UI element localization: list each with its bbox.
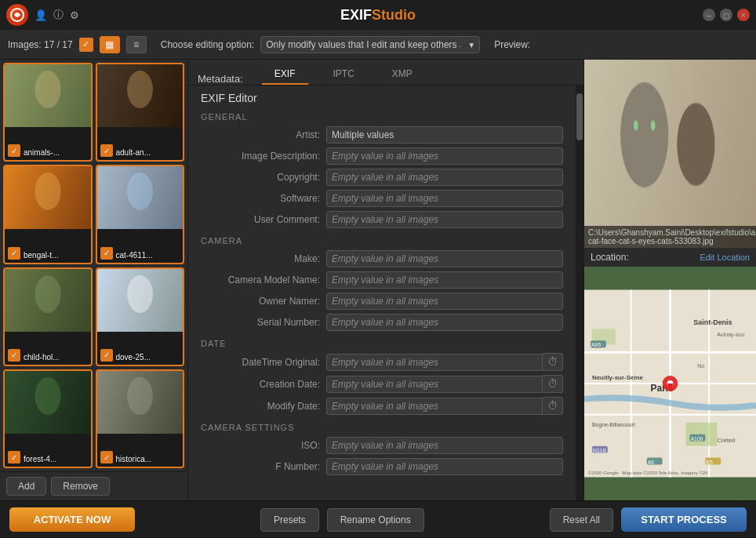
sidebar: ✓ animals-... ✓ adult-an... ✓ bengal-t..… bbox=[0, 60, 188, 500]
tab-iptc[interactable]: IPTC bbox=[321, 64, 367, 85]
editing-option-label: Choose editing option: bbox=[161, 39, 254, 50]
owner-name-input[interactable] bbox=[326, 293, 563, 310]
maximize-button[interactable]: ◻ bbox=[720, 9, 732, 21]
modify-date-input[interactable] bbox=[326, 398, 543, 415]
table-row: Image Description: bbox=[201, 147, 563, 165]
thumbnail-canvas bbox=[97, 166, 184, 229]
item-checkbox[interactable]: ✓ bbox=[100, 349, 113, 362]
table-row: Make: bbox=[201, 250, 563, 267]
add-button[interactable]: Add bbox=[6, 477, 46, 496]
creation-date-input[interactable] bbox=[326, 376, 543, 393]
person-icon[interactable]: 👤 bbox=[35, 9, 47, 21]
thumbnail-canvas bbox=[5, 371, 91, 434]
table-row: Copyright: bbox=[201, 169, 563, 186]
center-panel: Metadata: EXIF IPTC XMP EXIF Editor GENE… bbox=[188, 60, 583, 500]
edit-location-button[interactable]: Edit Location bbox=[700, 253, 750, 262]
table-row: DateTime Original: ⏱ bbox=[201, 353, 563, 371]
image-filename: child-hol... bbox=[24, 353, 89, 362]
rename-options-button[interactable]: Rename Options bbox=[327, 508, 424, 532]
field-label: F Number: bbox=[201, 461, 326, 472]
thumbnail-canvas bbox=[5, 166, 91, 229]
software-input[interactable] bbox=[326, 190, 563, 207]
list-item[interactable]: ✓ child-hol... bbox=[3, 267, 93, 366]
close-button[interactable]: × bbox=[737, 9, 750, 21]
item-checkbox[interactable]: ✓ bbox=[100, 451, 113, 463]
info-icon[interactable]: ⓘ bbox=[53, 8, 64, 22]
metadata-header: Metadata: EXIF IPTC XMP bbox=[188, 60, 583, 85]
item-checkbox[interactable]: ✓ bbox=[8, 247, 20, 260]
svg-text:No: No bbox=[697, 363, 704, 369]
settings-icon[interactable]: ⚙ bbox=[70, 9, 79, 21]
datetime-original-picker[interactable]: ⏱ bbox=[543, 353, 563, 371]
sidebar-buttons: Add Remove bbox=[0, 471, 187, 500]
section-general: GENERAL bbox=[201, 112, 563, 122]
table-row: Modify Date: ⏱ bbox=[201, 397, 563, 415]
modify-date-picker[interactable]: ⏱ bbox=[543, 397, 563, 415]
field-label: Image Description: bbox=[201, 151, 326, 162]
select-all-checkbox[interactable]: ✓ bbox=[79, 38, 93, 52]
list-item[interactable]: ✓ bengal-t... bbox=[3, 165, 93, 264]
scrollbar-thumb[interactable] bbox=[576, 93, 583, 140]
make-input[interactable] bbox=[326, 250, 563, 267]
svg-text:A106: A106 bbox=[690, 436, 703, 442]
serial-number-input[interactable] bbox=[326, 314, 563, 331]
table-row: Serial Number: bbox=[201, 314, 563, 331]
list-item[interactable]: ✓ cat-4611... bbox=[96, 165, 185, 264]
item-checkbox[interactable]: ✓ bbox=[100, 144, 113, 157]
datetime-original-input[interactable] bbox=[326, 354, 543, 371]
item-checkbox[interactable]: ✓ bbox=[100, 247, 113, 260]
image-description-input[interactable] bbox=[326, 147, 563, 165]
right-panel: C:\Users\Ghanshyam.Saini\Desktop\exifstu… bbox=[583, 60, 756, 500]
artist-input[interactable] bbox=[326, 126, 563, 144]
minimize-button[interactable]: – bbox=[703, 9, 715, 21]
list-item[interactable]: ✓ historica... bbox=[96, 369, 185, 468]
iso-input[interactable] bbox=[326, 437, 563, 454]
tab-xmp[interactable]: XMP bbox=[380, 64, 425, 85]
app-logo bbox=[6, 4, 28, 26]
bottom-bar: ACTIVATE NOW Presets Rename Options Rese… bbox=[0, 500, 756, 538]
svg-text:Aulnay-sou: Aulnay-sou bbox=[717, 332, 744, 338]
reset-all-button[interactable]: Reset All bbox=[550, 508, 613, 532]
editor-scrollbar[interactable] bbox=[576, 85, 583, 500]
fnumber-input[interactable] bbox=[326, 458, 563, 475]
toolbar: Images: 17 / 17 ✓ ▦ ≡ Choose editing opt… bbox=[0, 30, 756, 60]
field-label: User Comment: bbox=[201, 214, 326, 225]
field-label: Creation Date: bbox=[201, 379, 326, 390]
thumbnail-canvas bbox=[5, 64, 91, 127]
list-item[interactable]: ✓ forest-4... bbox=[3, 369, 93, 468]
map-area[interactable]: A86 A86 A106 N118 A6 E5 Saint-Denis Auln… bbox=[584, 267, 756, 500]
section-camera: CAMERA bbox=[201, 236, 563, 245]
item-checkbox[interactable]: ✓ bbox=[8, 349, 20, 362]
item-checkbox[interactable]: ✓ bbox=[8, 144, 20, 157]
camera-model-input[interactable] bbox=[326, 271, 563, 289]
location-header: Location: Edit Location bbox=[584, 248, 756, 267]
start-process-button[interactable]: START PROCESS bbox=[621, 507, 747, 532]
list-item[interactable]: ✓ dove-25... bbox=[96, 267, 185, 366]
field-label: Owner Namer: bbox=[201, 296, 326, 307]
preview-filepath: C:\Users\Ghanshyam.Saini\Desktop\exifstu… bbox=[584, 226, 756, 248]
creation-date-picker[interactable]: ⏱ bbox=[543, 375, 563, 393]
copyright-input[interactable] bbox=[326, 169, 563, 186]
svg-text:A6: A6 bbox=[648, 460, 655, 465]
bottom-center-buttons: Presets Rename Options bbox=[260, 508, 424, 532]
table-row: Owner Namer: bbox=[201, 293, 563, 310]
editing-option-select[interactable]: Only modify values that I edit and keep … bbox=[260, 36, 480, 53]
list-item[interactable]: ✓ adult-an... bbox=[96, 63, 185, 162]
thumbnail-canvas bbox=[97, 269, 184, 332]
thumbnail-canvas bbox=[97, 371, 184, 434]
svg-rect-8 bbox=[685, 423, 717, 446]
list-view-button[interactable]: ≡ bbox=[126, 36, 147, 53]
remove-button[interactable]: Remove bbox=[51, 477, 110, 496]
editor-area: EXIF Editor GENERAL Artist: Image Descri… bbox=[188, 85, 576, 500]
tab-exif[interactable]: EXIF bbox=[262, 64, 308, 85]
svg-text:Bogne-Billancourt: Bogne-Billancourt bbox=[592, 422, 635, 428]
field-label: Serial Number: bbox=[201, 317, 326, 328]
user-comment-input[interactable] bbox=[326, 211, 563, 228]
activate-now-button[interactable]: ACTIVATE NOW bbox=[9, 507, 135, 532]
image-filename: forest-4... bbox=[24, 455, 89, 463]
grid-view-button[interactable]: ▦ bbox=[100, 36, 120, 53]
list-item[interactable]: ✓ animals-... bbox=[3, 63, 93, 162]
location-label: Location: bbox=[591, 252, 629, 263]
presets-button[interactable]: Presets bbox=[260, 508, 319, 532]
item-checkbox[interactable]: ✓ bbox=[8, 451, 20, 463]
